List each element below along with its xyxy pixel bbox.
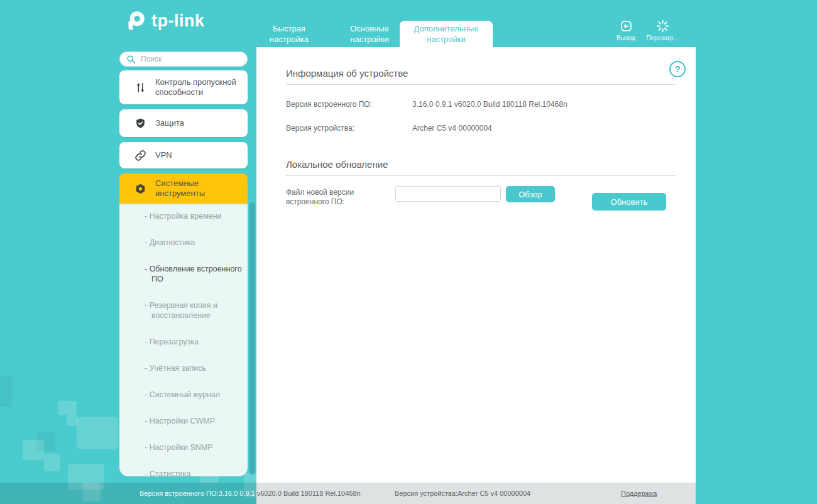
- deco-tile: [77, 417, 118, 449]
- device-info-title: Информация об устройстве: [286, 68, 676, 85]
- sidebar-subitem-reboot[interactable]: - Перезагрузка: [145, 337, 243, 347]
- system-tools-submenu: - Настройка времени - Диагностика - Обно…: [119, 204, 248, 476]
- sidebar-subitem-backup-restore[interactable]: - Резервная копия и восстановление: [145, 300, 243, 320]
- sidebar-subitem-system-log[interactable]: - Системный журнал: [145, 390, 243, 400]
- upgrade-button[interactable]: Обновить: [592, 193, 666, 211]
- logout-label: Выход: [617, 35, 635, 41]
- deco-tile: [23, 440, 44, 460]
- deco-tile: [58, 401, 77, 415]
- reboot-button[interactable]: Перезагр...: [645, 19, 680, 41]
- sidebar-subitem-firmware-upgrade[interactable]: - Обновление встроенного ПО: [145, 264, 243, 284]
- logout-icon: [608, 19, 644, 33]
- sidebar-subitem-time-settings[interactable]: - Настройка времени: [145, 211, 243, 221]
- sidebar-item-vpn[interactable]: VPN: [119, 142, 248, 168]
- sidebar-item-security[interactable]: Защита: [119, 109, 248, 137]
- sidebar-item-bandwidth-control[interactable]: Контроль пропускной способности: [119, 70, 248, 104]
- tp-link-logo-text: tp-link: [151, 10, 205, 31]
- firmware-file-label: Файл новой версии встроенного ПО:: [286, 186, 395, 207]
- sidebar-scrollbar[interactable]: [249, 202, 255, 474]
- sidebar-item-label: Защита: [155, 118, 184, 128]
- firmware-version-value: 3.16.0 0.9.1 v6020.0 Build 180118 Rel.10…: [412, 100, 568, 109]
- browse-button[interactable]: Обзор: [506, 186, 555, 202]
- logout-button[interactable]: Выход: [608, 19, 644, 41]
- footer-support-link[interactable]: Поддержка: [621, 483, 657, 504]
- tab-basic-settings[interactable]: Основные настройки: [337, 21, 402, 47]
- sidebar-item-label: VPN: [155, 150, 172, 160]
- tab-advanced-settings[interactable]: Дополнительные настройки: [400, 21, 493, 47]
- local-upgrade-title: Локальное обновление: [286, 159, 676, 176]
- sidebar-subitem-cwmp-settings[interactable]: - Настройки CWMP: [145, 416, 243, 426]
- reboot-icon: [645, 19, 680, 33]
- sidebar-item-label: Системные инструменты: [155, 178, 237, 199]
- hardware-version-row: Версия устройства: Archer C5 v4 00000004: [286, 124, 676, 133]
- tab-quick-setup[interactable]: Быстрая настройка: [256, 21, 322, 47]
- sidebar-subitem-diagnostics[interactable]: - Диагностика: [145, 238, 243, 248]
- sidebar-item-label: Контроль пропускной способности: [155, 77, 248, 97]
- main-content-panel: ? Информация об устройстве Версия встрое…: [256, 47, 696, 504]
- footer-bar: [0, 483, 696, 504]
- sidebar-item-system-tools[interactable]: Системные инструменты: [119, 173, 248, 204]
- sidebar-search: [119, 52, 248, 67]
- help-icon[interactable]: ?: [669, 61, 686, 77]
- hardware-version-label: Версия устройства:: [286, 124, 412, 133]
- bandwidth-arrows-icon: [134, 82, 146, 94]
- shield-check-icon: [134, 118, 146, 129]
- sidebar-subitem-account[interactable]: - Учётная запись: [145, 363, 243, 373]
- device-info-section: Информация об устройстве Версия встроенн…: [286, 47, 676, 133]
- firmware-file-input[interactable]: [395, 186, 501, 202]
- chain-link-icon: [134, 150, 146, 162]
- search-input[interactable]: [141, 55, 235, 63]
- deco-tile: [0, 376, 13, 407]
- search-icon: [126, 55, 136, 64]
- tp-link-logo: tp-link: [124, 9, 205, 32]
- deco-tile: [44, 454, 60, 471]
- hardware-version-value: Archer C5 v4 00000004: [412, 124, 492, 133]
- sidebar-subitem-snmp-settings[interactable]: - Настройки SNMP: [145, 442, 243, 452]
- firmware-version-label: Версия встроенного ПО:: [286, 100, 412, 109]
- firmware-version-row: Версия встроенного ПО: 3.16.0 0.9.1 v602…: [286, 100, 676, 109]
- gear-icon: [134, 183, 146, 195]
- sidebar-subitem-statistics[interactable]: - Статистика: [145, 469, 243, 479]
- tp-link-logo-icon: [124, 9, 146, 32]
- reboot-label: Перезагр...: [646, 35, 678, 41]
